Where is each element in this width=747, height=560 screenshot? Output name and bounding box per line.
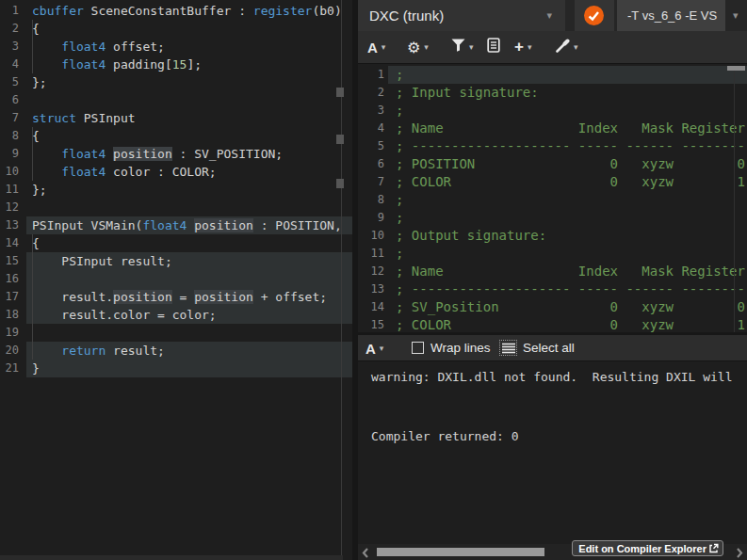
code-line: 3 float4 offset; (0, 38, 352, 56)
compile-status[interactable] (575, 0, 614, 31)
asm-line: 6; POSITION 0 xyzw 0 (358, 155, 747, 173)
code-line: 16 (0, 270, 352, 288)
code-line: 4 float4 padding[15]; (0, 56, 352, 73)
line-number: 16 (0, 270, 19, 288)
chevron-down-icon: ▾ (469, 42, 474, 52)
asm-line: 15; COLOR 0 xyzw 1 (358, 316, 747, 332)
external-link-icon (708, 543, 719, 553)
line-number: 11 (0, 181, 19, 199)
line-number: 19 (0, 324, 19, 342)
indent-guide (32, 127, 33, 181)
gear-icon: ⚙ (407, 39, 420, 56)
source-code-lines: 1cbuffer SceneConstantBuffer : register(… (0, 2, 352, 377)
code-line: 20 return result; (0, 342, 352, 360)
asm-line: 12; Name Index Mask Register (358, 263, 747, 280)
library-book-icon (487, 38, 500, 56)
compiler-name: DXC (trunk) (369, 0, 444, 31)
output-line: warning: DXIL.dll not found. Resulting D… (358, 367, 747, 387)
filters-button[interactable]: ▾ (451, 31, 474, 63)
line-number: 4 (0, 56, 19, 73)
edit-on-compiler-explorer-button[interactable]: Edit on Compiler Explorer (572, 540, 723, 556)
line-number: 10 (0, 163, 19, 181)
source-editor[interactable]: 1cbuffer SceneConstantBuffer : register(… (0, 0, 352, 560)
line-number: 15 (0, 252, 19, 270)
line-number: 14 (0, 234, 19, 252)
overview-ruler (341, 0, 342, 560)
asm-line: 13; -------------------- ----- ------ --… (358, 280, 747, 298)
asm-line: 11; (358, 245, 747, 263)
compiler-output[interactable]: warning: DXIL.dll not found. Resulting D… (358, 361, 747, 544)
libraries-button[interactable] (487, 31, 500, 63)
line-number: 12 (360, 263, 384, 280)
code-line: 6 (0, 91, 352, 109)
chevron-down-icon: ▾ (528, 42, 532, 52)
add-tool-button[interactable]: ▾ (555, 31, 578, 63)
asm-line: 3; (358, 102, 747, 120)
asm-line: 7; COLOR 0 xyzw 1 (358, 173, 747, 191)
asm-line: 2; Input signature: (358, 84, 747, 102)
code-line: 17 result.position = position + offset; (0, 288, 352, 306)
line-number: 13 (0, 216, 19, 234)
code-line: 1cbuffer SceneConstantBuffer : register(… (0, 2, 352, 20)
compiler-select[interactable]: DXC (trunk) ▾ (358, 0, 565, 31)
line-number: 2 (0, 20, 19, 38)
scroll-right-arrow[interactable] (734, 546, 745, 558)
scrollbar-thumb[interactable] (377, 548, 544, 556)
chevron-down-icon: ▾ (733, 0, 739, 31)
line-number: 3 (360, 102, 384, 120)
overview-ruler-mark (336, 179, 344, 188)
line-number: 18 (0, 306, 19, 324)
code-line: 19 (0, 324, 352, 342)
output-toolbar: A ▾ Wrap lines Select all (358, 335, 747, 361)
asm-scrollbar-thumb[interactable] (727, 66, 745, 71)
line-number: 1 (0, 2, 19, 20)
asm-line: 14; SV_Position 0 xyzw 0 (358, 298, 747, 316)
asm-line: 5; -------------------- ----- ------ ---… (358, 137, 747, 155)
line-number: 5 (0, 73, 19, 91)
line-number: 6 (0, 91, 19, 109)
output-line (358, 407, 747, 426)
code-line: 8{ (0, 127, 352, 145)
asm-output-editor[interactable]: 1;2; Input signature:3;4; Name Index Mas… (358, 64, 747, 332)
asm-line: 1; (358, 66, 747, 84)
line-number: 9 (360, 209, 384, 227)
compiler-options-input[interactable] (617, 0, 725, 31)
compiler-settings-button[interactable]: ⚙ ▾ (407, 31, 429, 63)
output-font-size-button[interactable]: A ▾ (365, 335, 383, 361)
line-number: 15 (360, 316, 384, 332)
line-number: 8 (0, 127, 19, 145)
overview-ruler-mark (336, 88, 344, 97)
chevron-down-icon: ▾ (380, 344, 384, 353)
code-line: 11}; (0, 181, 352, 199)
indent-guide (32, 20, 33, 73)
line-number: 11 (360, 245, 384, 263)
line-number: 17 (0, 288, 19, 306)
line-number: 3 (0, 38, 19, 56)
line-number: 9 (0, 145, 19, 163)
code-line: 2{ (0, 20, 352, 38)
line-number: 21 (0, 360, 19, 377)
status-check-icon (584, 6, 604, 25)
line-number: 14 (360, 298, 384, 316)
code-line: 9 float4 position : SV_POSITION; (0, 145, 352, 163)
scroll-left-arrow[interactable] (360, 546, 371, 558)
source-horizontal-scrollbar[interactable] (0, 555, 343, 560)
asm-overview-ruler (734, 70, 735, 332)
line-number: 2 (360, 84, 384, 102)
output-line (358, 387, 747, 407)
line-number: 7 (360, 173, 384, 191)
code-line: 12 (0, 199, 352, 216)
plus-icon: + (514, 38, 524, 56)
line-number: 10 (360, 227, 384, 245)
wrap-lines-label: Wrap lines (430, 335, 491, 361)
font-size-button[interactable]: A ▾ (367, 31, 385, 63)
add-pane-button[interactable]: + ▾ (514, 31, 531, 63)
wrap-lines-checkbox[interactable] (412, 342, 424, 354)
asm-line: 10; Output signature: (358, 227, 747, 245)
select-all-button[interactable]: Select all (523, 335, 575, 361)
asm-toolbar: A ▾ ⚙ ▾ ▾ (358, 31, 747, 64)
code-line: 5}; (0, 73, 352, 91)
select-all-icon[interactable] (499, 340, 517, 356)
asm-line: 8; (358, 191, 747, 209)
code-line: 15 PSInput result; (0, 252, 352, 270)
